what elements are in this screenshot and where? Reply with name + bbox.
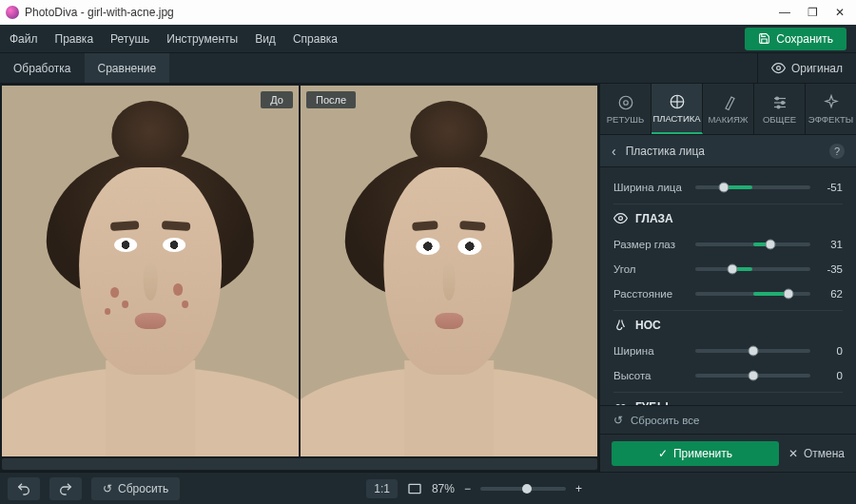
svg-point-12 (619, 217, 623, 221)
cancel-button[interactable]: ✕ Отмена (788, 447, 845, 460)
zoom-out-button[interactable]: − (464, 482, 471, 495)
tooltab-retouch[interactable]: РЕТУШЬ (600, 84, 652, 134)
eye-icon (613, 211, 628, 225)
bottombar: ↺ Сбросить 1:1 87% − + (0, 472, 856, 504)
titlebar: PhotoDiva - girl-with-acne.jpg — ❐ ✕ (0, 0, 856, 25)
fit-button[interactable]: 1:1 (366, 479, 398, 498)
reset-icon: ↺ (103, 482, 112, 495)
panel-title: Пластика лица (626, 145, 705, 158)
undo-button[interactable] (8, 477, 40, 500)
reset-button[interactable]: ↺ Сбросить (91, 477, 180, 500)
slider-track-eye-size[interactable] (695, 242, 810, 246)
original-toggle[interactable]: Оригинал (757, 53, 856, 83)
help-icon[interactable]: ? (829, 144, 845, 159)
slider-track-nose-width[interactable] (695, 349, 810, 353)
slider-track-face-width[interactable] (695, 185, 810, 189)
slider-value: 0 (818, 345, 843, 357)
slider-label: Ширина (613, 345, 688, 357)
fit-screen-icon[interactable] (407, 481, 422, 496)
panel-header: ‹ Пластика лица ? (600, 135, 856, 167)
eye-icon (771, 61, 786, 75)
slider-face-width: Ширина лица -51 (613, 175, 843, 200)
menu-help[interactable]: Справка (293, 32, 338, 46)
tooltab-makeup[interactable]: МАКИЯЖ (703, 84, 754, 134)
slider-label: Высота (613, 370, 688, 381)
slider-track-eye-dist[interactable] (695, 292, 810, 296)
after-pane[interactable]: После (301, 86, 597, 456)
slider-value: 31 (818, 239, 843, 250)
slider-label: Ширина лица (613, 182, 688, 193)
slider-track-eye-angle[interactable] (695, 267, 810, 271)
window-title: PhotoDiva - girl-with-acne.jpg (25, 6, 174, 19)
menu-file[interactable]: Файл (10, 32, 38, 46)
close-icon[interactable]: ✕ (835, 6, 845, 19)
slider-eye-angle: Угол -35 (613, 257, 843, 281)
zoom-in-button[interactable]: + (575, 482, 582, 495)
effects-icon (823, 94, 840, 111)
tab-compare[interactable]: Сравнение (85, 53, 170, 83)
slider-label: Угол (613, 263, 688, 275)
before-pane[interactable]: До (2, 86, 299, 456)
group-eyes: ГЛАЗА (613, 204, 843, 232)
undo-icon (16, 481, 31, 496)
save-button[interactable]: Сохранить (745, 28, 846, 50)
slider-label: Расстояние (613, 288, 688, 300)
zoom-slider[interactable] (480, 487, 566, 491)
tooltab-general[interactable]: ОБЩЕЕ (754, 84, 806, 134)
makeup-icon (720, 94, 737, 111)
original-label: Оригинал (791, 62, 843, 75)
tooltab-effects[interactable]: ЭФФЕКТЫ (806, 84, 856, 134)
back-icon[interactable]: ‹ (612, 144, 616, 159)
reset-all-button[interactable]: ↺ Сбросить все (600, 405, 856, 434)
save-icon (758, 32, 770, 45)
redo-button[interactable] (49, 477, 82, 500)
before-tag: До (261, 91, 293, 108)
tooltab-plastic[interactable]: ПЛАСТИКА (652, 84, 703, 134)
maximize-icon[interactable]: ❐ (807, 6, 818, 19)
svg-point-0 (777, 67, 781, 70)
view-tabs: Обработка Сравнение Оригинал (0, 53, 856, 84)
menubar: Файл Правка Ретушь Инструменты Вид Справ… (0, 25, 856, 53)
svg-point-11 (777, 106, 780, 108)
slider-nose-width: Ширина 0 (613, 339, 843, 363)
sliders-icon (771, 94, 788, 111)
after-tag: После (306, 91, 356, 108)
slider-label: Размер глаз (613, 239, 688, 250)
slider-eye-size: Размер глаз 31 (613, 232, 843, 257)
slider-eye-dist: Расстояние 62 (613, 281, 843, 306)
apply-button[interactable]: ✓ Применить (612, 441, 779, 466)
nose-icon (613, 318, 628, 332)
group-nose: НОС (613, 310, 843, 339)
zoom-value: 87% (432, 482, 455, 495)
x-icon: ✕ (788, 447, 798, 460)
tab-processing[interactable]: Обработка (0, 53, 85, 83)
reset-icon: ↺ (613, 414, 623, 427)
svg-point-10 (781, 101, 784, 104)
save-label: Сохранить (776, 32, 833, 46)
slider-nose-height: Высота 0 (613, 363, 843, 388)
slider-value: 62 (818, 288, 843, 300)
slider-value: -51 (818, 182, 843, 193)
menu-view[interactable]: Вид (255, 32, 276, 46)
minimize-icon[interactable]: — (779, 6, 790, 19)
sidebar: РЕТУШЬ ПЛАСТИКА МАКИЯЖ ОБЩЕЕ ЭФФЕКТЫ ‹ П… (599, 84, 856, 472)
slider-value: -35 (818, 263, 843, 275)
menu-edit[interactable]: Правка (55, 32, 94, 46)
slider-track-nose-height[interactable] (695, 374, 810, 378)
plastic-icon (669, 93, 686, 110)
svg-rect-13 (409, 484, 420, 493)
retouch-icon (617, 94, 634, 111)
redo-icon (58, 481, 73, 496)
menu-retouch[interactable]: Ретушь (110, 32, 149, 46)
svg-point-1 (623, 100, 628, 105)
slider-value: 0 (818, 370, 843, 381)
horizontal-scrollbar[interactable] (2, 458, 597, 470)
canvas-area: До После (0, 84, 599, 472)
menu-tools[interactable]: Инструменты (166, 32, 238, 46)
tool-tabs: РЕТУШЬ ПЛАСТИКА МАКИЯЖ ОБЩЕЕ ЭФФЕКТЫ (600, 84, 856, 135)
check-icon: ✓ (658, 447, 668, 460)
svg-point-2 (619, 96, 632, 109)
app-logo-icon (6, 6, 19, 19)
svg-point-9 (775, 97, 778, 100)
group-lips: ГУБЫ (613, 392, 843, 405)
